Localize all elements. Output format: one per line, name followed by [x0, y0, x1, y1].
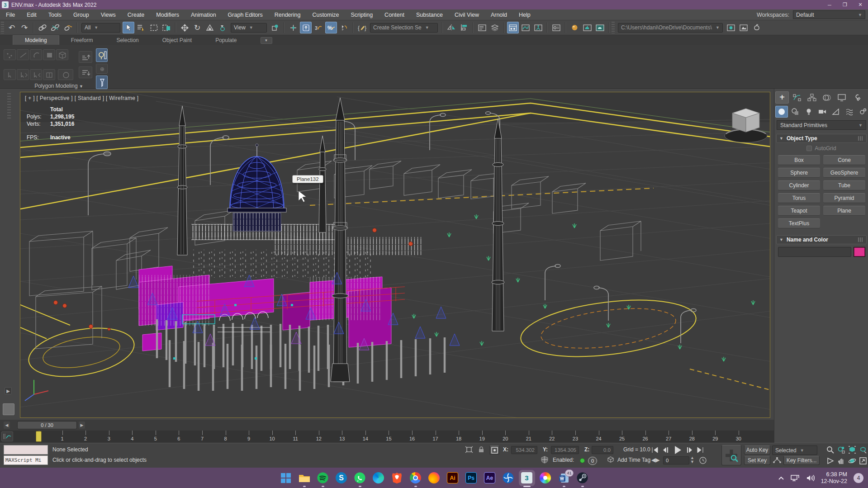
frame-tick-label[interactable]: 7	[197, 436, 208, 441]
add-time-tag[interactable]: Add Time Tag	[617, 457, 650, 463]
frame-tick-label[interactable]: 29	[710, 436, 721, 441]
ribbon-tab[interactable]: Freeform	[59, 36, 105, 45]
next-key-button[interactable]	[685, 445, 695, 455]
after-effects-icon[interactable]: Ae	[484, 472, 496, 484]
absolute-mode-icon[interactable]	[489, 445, 499, 455]
highlight-selection-icon[interactable]	[96, 48, 108, 62]
pin-stack-icon[interactable]	[96, 64, 108, 74]
start-button[interactable]	[280, 472, 292, 484]
frame-tick-label[interactable]: 14	[360, 436, 371, 441]
ribbon-tab[interactable]: Object Paint	[151, 36, 204, 45]
maximize-icon[interactable]: ❐	[837, 0, 853, 9]
snaps-toggle-button[interactable]	[300, 22, 312, 33]
toggle-ribbon-button[interactable]	[507, 22, 519, 33]
steam-icon[interactable]	[577, 472, 588, 484]
timeline-playhead[interactable]	[36, 431, 42, 442]
field-of-view-icon[interactable]	[825, 456, 835, 465]
frame-tick-label[interactable]: 17	[430, 436, 441, 441]
ribbon-tab[interactable]: Modeling	[13, 35, 59, 45]
maxscript-mini-listener-pink[interactable]	[4, 445, 48, 455]
play-button[interactable]	[671, 444, 684, 456]
frame-tick-label[interactable]: 19	[477, 436, 488, 441]
close-icon[interactable]: ✕	[853, 0, 868, 9]
toolbar-drag-handle[interactable]	[1, 22, 4, 33]
autogrid-checkbox[interactable]	[806, 146, 812, 151]
create-tab[interactable]: +	[775, 91, 789, 104]
project-path-dropdown[interactable]: C:\Users\hdani\OneDrive\Documents\3ds Ma…	[618, 23, 723, 33]
spotify-icon[interactable]	[317, 472, 329, 484]
snap-toggle-2d-button[interactable]	[287, 22, 299, 33]
ribbon-tab[interactable]: Selection	[104, 36, 150, 45]
enabled-count-pill[interactable]: 0	[588, 457, 597, 465]
ribbon-overflow-icon[interactable]: ▼	[261, 37, 272, 44]
frame-tick-label[interactable]: 23	[570, 436, 581, 441]
enabled-indicator[interactable]	[580, 458, 585, 463]
frame-tick-label[interactable]: 9	[243, 436, 254, 441]
menu-item[interactable]: Content	[379, 9, 410, 20]
edge-mode-icon[interactable]	[17, 49, 29, 60]
mini-curve-editor-icon[interactable]	[1, 431, 13, 441]
set-keys-button[interactable]	[721, 445, 741, 465]
network-icon[interactable]	[791, 474, 800, 482]
ribbon-tab[interactable]: Populate	[204, 36, 248, 45]
frame-tick-label[interactable]: 30	[733, 436, 744, 441]
set-key-button[interactable]: Set Key	[744, 456, 770, 465]
y-coordinate-field[interactable]: 1354.305	[551, 446, 579, 454]
name-color-rollout[interactable]: ▼Name and Color	[776, 235, 867, 244]
menu-item[interactable]: Edit	[21, 9, 43, 20]
angle-snap-button[interactable]: 3	[313, 22, 324, 33]
layer-list-button[interactable]	[489, 22, 501, 33]
frame-tick-label[interactable]: 12	[313, 436, 324, 441]
maxscript-mini-listener[interactable]: MAXScript Mi	[4, 455, 48, 465]
time-slider[interactable]: 0 / 30	[17, 421, 77, 429]
frame-tick-label[interactable]: 8	[220, 436, 231, 441]
render-production-button[interactable]	[725, 22, 737, 33]
frame-tick-label[interactable]: 21	[523, 436, 534, 441]
redo-button[interactable]: ↷	[19, 22, 30, 33]
material-editor-button[interactable]	[569, 22, 580, 33]
select-and-move-button[interactable]	[179, 22, 190, 33]
element-mode-icon[interactable]	[56, 49, 68, 60]
frame-tick-label[interactable]: 10	[267, 436, 278, 441]
selection-filter-dropdown[interactable]: All▼	[81, 23, 120, 33]
previous-frame-icon[interactable]: ◀	[4, 422, 10, 429]
primitive-category-dropdown[interactable]: Standard Primitives▼	[777, 120, 866, 130]
zoom-all-icon[interactable]	[836, 445, 846, 455]
motion-tab[interactable]	[820, 91, 834, 104]
viewport-layout-tab[interactable]	[3, 403, 14, 415]
select-ring-icon[interactable]	[58, 69, 73, 80]
window-crossing-button[interactable]	[161, 22, 172, 33]
auto-key-button[interactable]: Auto Key	[744, 445, 770, 455]
zoom-region-icon[interactable]	[858, 445, 868, 455]
file-explorer-icon[interactable]	[299, 472, 310, 484]
office-app-icon[interactable]: 41	[558, 472, 570, 484]
volume-icon[interactable]	[806, 474, 815, 482]
maximize-viewport-icon[interactable]	[858, 456, 868, 465]
zoom-extents-icon[interactable]	[847, 445, 857, 455]
frame-tick-label[interactable]: 20	[500, 436, 511, 441]
collapse-grow-icon[interactable]	[79, 51, 92, 63]
menu-item[interactable]: Rendering	[269, 9, 307, 20]
menu-item[interactable]: Tools	[43, 9, 67, 20]
menu-item[interactable]: Scripting	[345, 9, 379, 20]
primitive-button[interactable]: Plane	[823, 206, 865, 216]
tray-chevron-icon[interactable]	[778, 476, 784, 480]
menu-item[interactable]: Arnold	[485, 9, 513, 20]
named-selection-set-dropdown[interactable]: Create Selection Se▼	[370, 23, 438, 33]
color-wheel-app-icon[interactable]	[540, 472, 551, 484]
collapse-shrink-icon[interactable]	[79, 66, 92, 78]
frame-tick-label[interactable]: 25	[617, 436, 627, 441]
select-object-button[interactable]	[123, 22, 134, 33]
primitive-button[interactable]: GeoSphere	[823, 168, 865, 178]
viewport-header[interactable]: [ + ] [ Perspective ] [ Standard ] [ Wir…	[25, 95, 139, 101]
spinner-snap-button[interactable]	[338, 22, 350, 33]
polygon-mode-icon[interactable]	[43, 49, 55, 60]
frame-tick-label[interactable]: 13	[337, 436, 347, 441]
vertex-mode-icon[interactable]	[4, 49, 16, 60]
reference-coordinate-dropdown[interactable]: View▼	[231, 23, 267, 33]
primitive-button[interactable]: TextPlus	[778, 218, 820, 228]
menu-item[interactable]: Help	[513, 9, 536, 20]
whatsapp-icon[interactable]	[354, 472, 366, 484]
select-by-name-button[interactable]	[135, 22, 147, 33]
bind-spacewarp-button[interactable]	[62, 22, 74, 33]
